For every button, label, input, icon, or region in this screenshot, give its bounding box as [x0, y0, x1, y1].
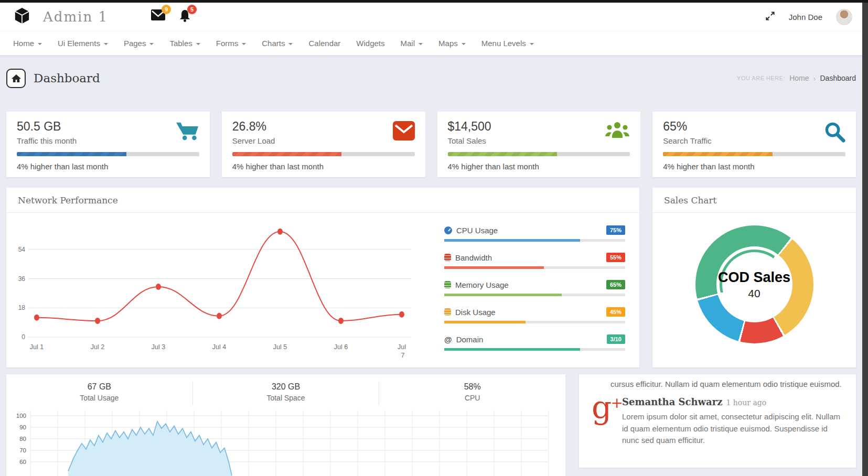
comment-timestamp: 1 hour ago	[726, 398, 767, 407]
home-icon	[11, 73, 22, 83]
notifications-badge: 5	[187, 5, 197, 14]
meter-bandwidth: Bandwidth 55%	[444, 253, 625, 269]
breadcrumb-home-link[interactable]: Home	[789, 74, 809, 82]
svg-text:90: 90	[19, 424, 26, 430]
svg-text:Jul 4: Jul 4	[212, 343, 226, 351]
social-comments-panel: cursus efficitur. Nullam id quam element…	[579, 374, 856, 468]
chevron-down-icon	[288, 43, 293, 45]
stat-label: Traffic this month	[17, 136, 77, 145]
meter-bar	[444, 294, 625, 296]
fullscreen-button[interactable]	[765, 11, 775, 23]
nav-item-ui-elements[interactable]: Ui Elements	[50, 31, 116, 55]
database-icon	[444, 281, 451, 288]
meter-badge: 75%	[606, 225, 625, 235]
usage-area-chart: 10090807060	[6, 410, 552, 476]
progress-bar	[17, 152, 199, 156]
svg-text:7: 7	[401, 352, 405, 359]
messages-button[interactable]: 9	[151, 9, 165, 25]
meter-cpu-usage: CPU Usage 75%	[444, 225, 625, 242]
svg-text:0: 0	[22, 333, 25, 341]
svg-text:Jul 1: Jul 1	[30, 343, 44, 351]
usage-stat-cpu: 58% CPU	[379, 381, 565, 405]
svg-text:Jul 5: Jul 5	[273, 343, 287, 351]
meter-bar	[444, 321, 625, 323]
svg-text:Jul 6: Jul 6	[334, 343, 348, 351]
nav-item-calendar[interactable]: Calendar	[301, 31, 348, 55]
page-title: Dashboard	[34, 71, 100, 85]
nav-item-maps[interactable]: Maps	[431, 31, 474, 55]
nav-item-charts[interactable]: Charts	[254, 31, 301, 55]
stat-value: 26.8%	[232, 120, 275, 134]
stat-card-total-sales: $14,500 Total Sales 4% higher than last …	[437, 112, 641, 177]
stat-label: Total Sales	[448, 136, 491, 145]
panel-title: Sales Chart	[652, 188, 856, 213]
stat-card-server-load: 26.8% Server Load 4% higher than last mo…	[222, 112, 425, 177]
nav-item-mail[interactable]: Mail	[393, 31, 431, 55]
user-avatar[interactable]	[836, 9, 852, 25]
chevron-down-icon	[149, 43, 154, 45]
meter-bar	[444, 239, 625, 242]
meter-bar	[444, 348, 625, 351]
chevron-down-icon	[530, 43, 534, 45]
chevron-down-icon	[462, 43, 466, 45]
database-icon	[444, 308, 451, 316]
main-nav: Home Ui Elements Pages Tables Forms Char…	[0, 31, 868, 56]
comment-author: Semantha Schwarz	[622, 396, 723, 407]
stat-value: 65%	[663, 120, 711, 134]
svg-text:Jul: Jul	[398, 343, 406, 351]
gauge-icon	[444, 226, 452, 234]
stat-card-traffic: 50.5 GB Traffic this month 4% higher tha…	[6, 112, 210, 177]
meter-bar	[444, 266, 625, 269]
stat-label: Server Load	[232, 136, 275, 145]
nav-item-forms[interactable]: Forms	[208, 31, 254, 55]
svg-text:80: 80	[19, 436, 26, 442]
cart-icon	[175, 121, 199, 145]
meter-domain: Domain 3/10	[444, 334, 625, 351]
chevron-down-icon	[196, 43, 200, 45]
stat-note: 4% higher than last month	[232, 162, 415, 171]
svg-text:18: 18	[18, 304, 26, 311]
stat-note: 4% higher than last month	[663, 162, 845, 171]
stat-value: 50.5 GB	[17, 120, 77, 134]
sales-chart-panel: Sales Chart COD Sales 40	[652, 188, 856, 367]
meter-badge: 65%	[606, 280, 625, 289]
scrollbar[interactable]	[862, 0, 868, 476]
line-chart-svg: 0183654Jul 1Jul 2Jul 3Jul 4Jul 5Jul 6Jul…	[13, 215, 411, 366]
chevron-down-icon	[104, 43, 108, 45]
meter-badge: 55%	[606, 253, 625, 262]
chevron-down-icon	[419, 43, 423, 45]
you-are-here-label: YOU ARE HERE:	[737, 75, 785, 81]
search-icon	[824, 121, 845, 145]
usage-stat-total-usage: 67 GB Total Usage	[6, 381, 192, 405]
network-performance-panel: Network Performance 0183654Jul 1Jul 2Jul…	[6, 188, 639, 367]
progress-bar	[232, 152, 415, 156]
svg-text:54: 54	[18, 246, 26, 253]
envelope-icon	[151, 13, 165, 22]
brand-title: Admin 1	[43, 9, 108, 25]
database-icon	[444, 254, 451, 261]
svg-text:36: 36	[18, 275, 26, 283]
resource-meters: CPU Usage 75% Bandwidth 55%	[444, 213, 639, 367]
meter-memory-usage: Memory Usage 65%	[444, 280, 625, 296]
usage-stat-total-space: 320 GB Total Space	[192, 381, 379, 405]
meter-badge: 3/10	[607, 334, 625, 344]
chevron-right-icon: ›	[813, 74, 816, 83]
nav-item-tables[interactable]: Tables	[162, 31, 208, 55]
home-button[interactable]	[6, 69, 26, 88]
stat-value: $14,500	[448, 120, 491, 134]
brand: Admin 1	[13, 6, 137, 27]
stat-note: 4% higher than last month	[17, 162, 199, 171]
nav-item-pages[interactable]: Pages	[116, 31, 162, 55]
nav-item-menu-levels[interactable]: Menu Levels	[474, 31, 542, 55]
network-line-chart: 0183654Jul 1Jul 2Jul 3Jul 4Jul 5Jul 6Jul…	[6, 213, 444, 367]
progress-bar	[448, 152, 630, 156]
user-menu[interactable]: John Doe	[789, 13, 822, 21]
sales-donut-chart: COD Sales 40	[695, 225, 813, 343]
previous-comment-tail: cursus efficitur. Nullam id quam element…	[610, 380, 843, 388]
bell-icon	[179, 15, 191, 24]
notifications-button[interactable]: 5	[179, 9, 191, 25]
nav-item-widgets[interactable]: Widgets	[348, 31, 392, 55]
nav-item-home[interactable]: Home	[5, 31, 50, 55]
meter-badge: 45%	[606, 307, 625, 317]
breadcrumb-current: Dashboard	[820, 74, 856, 82]
